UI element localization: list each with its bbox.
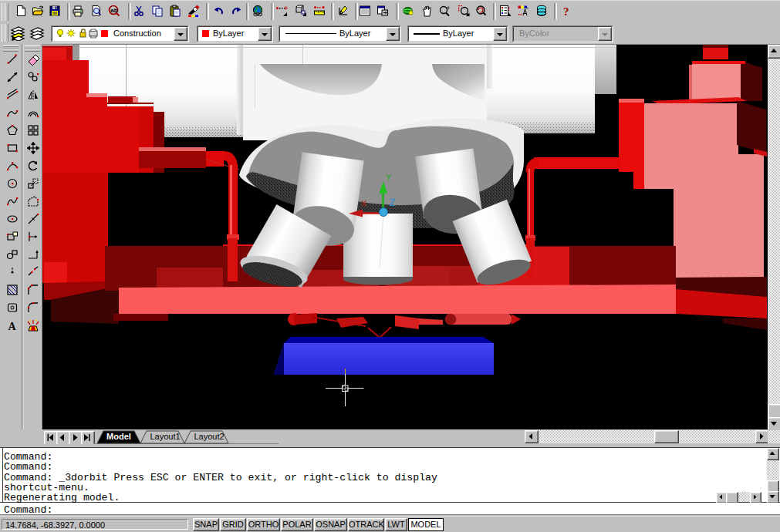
svg-text:Layout1: Layout1 bbox=[150, 432, 180, 441]
svg-text:Y: Y bbox=[386, 173, 392, 182]
svg-text:±: ± bbox=[447, 5, 450, 10]
svg-text:X: X bbox=[361, 199, 367, 208]
svg-text:A: A bbox=[8, 321, 17, 332]
svg-text:?: ? bbox=[563, 5, 569, 17]
svg-text:!: ! bbox=[508, 6, 510, 12]
svg-text:Model: Model bbox=[106, 432, 131, 441]
svg-text:Z: Z bbox=[390, 197, 395, 208]
svg-text:Layout2: Layout2 bbox=[194, 432, 224, 441]
svg-text:ab: ab bbox=[110, 7, 117, 14]
